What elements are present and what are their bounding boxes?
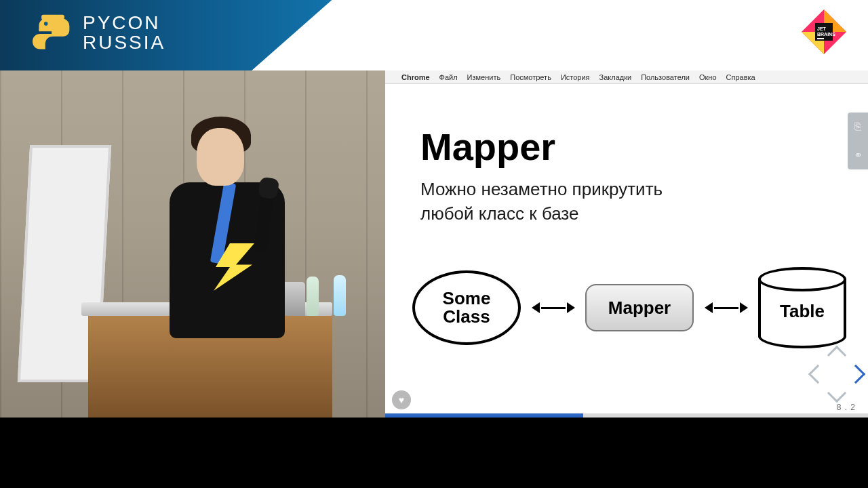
diagram-node-table-label: Table [758, 267, 846, 348]
macos-menubar: Chrome Файл Изменить Посмотреть История … [385, 70, 868, 84]
slide-page-number: 8 . 2 [837, 403, 856, 412]
svg-text:BRAINS: BRAINS [817, 32, 835, 37]
svg-rect-8 [817, 38, 824, 39]
diagram-arrow-right [705, 302, 748, 313]
nav-left-icon[interactable] [808, 365, 827, 384]
menu-people[interactable]: Пользователи [641, 73, 690, 81]
app-menu[interactable]: Chrome [401, 73, 430, 81]
letterbox-bottom [0, 418, 868, 488]
menu-window[interactable]: Окно [699, 73, 717, 81]
menu-help[interactable]: Справка [726, 73, 755, 81]
slide-nav-diamond [812, 350, 861, 399]
menu-view[interactable]: Посмотреть [510, 73, 551, 81]
diagram-node-table: Table [758, 267, 846, 348]
jetbrains-logo-icon: JET BRAINS [800, 8, 848, 56]
tool-link-icon[interactable]: ⚭ [854, 148, 863, 161]
brand-line1: PYCON [83, 13, 165, 33]
svg-point-1 [44, 22, 48, 26]
menu-history[interactable]: История [561, 73, 590, 81]
menu-bookmarks[interactable]: Закладки [599, 73, 632, 81]
brand-line2: RUSSIA [83, 33, 165, 52]
nav-down-icon[interactable] [827, 384, 846, 403]
brand: PYCON RUSSIA [33, 12, 165, 53]
like-button[interactable]: ♥ [392, 390, 411, 409]
diagram-arrow-left [532, 302, 575, 313]
header: PYCON RUSSIA JET BRAINS [0, 0, 868, 70]
svg-text:JET: JET [817, 26, 827, 31]
side-toolbar: ⎘ ⚭ [848, 113, 868, 169]
slide-area: Chrome Файл Изменить Посмотреть История … [385, 70, 868, 418]
slide-title: Mapper [420, 125, 841, 169]
menu-edit[interactable]: Изменить [467, 73, 501, 81]
python-logo-icon [33, 12, 73, 53]
nav-right-icon[interactable] [846, 365, 865, 384]
diagram-node-mapper: Mapper [585, 284, 694, 331]
slide-subtitle-1: Можно незаметно прикрутить [420, 179, 663, 199]
diagram: Some Class Mapper Table [412, 260, 846, 355]
diagram-node-class: Some Class [412, 270, 521, 345]
tool-page-icon[interactable]: ⎘ [854, 121, 861, 133]
menu-file[interactable]: Файл [439, 73, 458, 81]
speaker-person [156, 111, 292, 348]
speaker-video [0, 70, 385, 418]
slide-subtitle-2: любой класс к базе [420, 203, 578, 224]
